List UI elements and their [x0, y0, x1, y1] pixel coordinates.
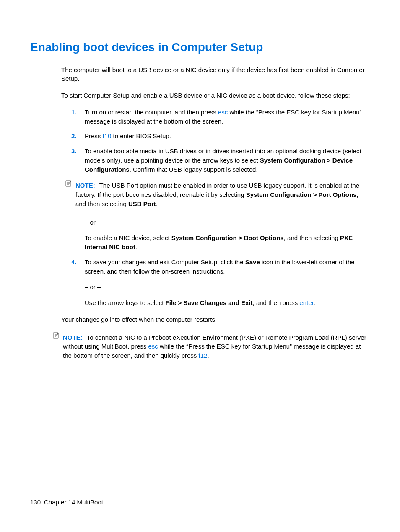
page-footer: 130Chapter 14 MultiBoot [30, 498, 103, 507]
note-label: NOTE: [75, 182, 95, 189]
text: To save your changes and exit Computer S… [85, 258, 245, 266]
step-2: 2. Press f10 to enter BIOS Setup. [71, 132, 370, 141]
step-4: 4. To save your changes and exit Compute… [71, 258, 370, 307]
bold-text: USB Port [128, 200, 156, 207]
step-1: 1. Turn on or restart the computer, and … [71, 108, 370, 126]
text: . [207, 352, 209, 359]
step-number: 2. [71, 132, 85, 141]
key-esc: esc [218, 108, 228, 116]
note-content: NOTE:The USB Port option must be enabled… [75, 180, 370, 210]
page-number: 130 [30, 498, 41, 506]
note-icon [53, 332, 60, 339]
note-block-1: NOTE:The USB Port option must be enabled… [65, 180, 370, 210]
bold-text: Save [245, 258, 260, 266]
text: To enable a NIC device, select [85, 234, 171, 241]
intro-paragraph-2: To start Computer Setup and enable a USB… [61, 91, 370, 100]
text: . Confirm that USB legacy support is sel… [130, 166, 258, 173]
step-number: 4. [71, 258, 85, 307]
page-heading: Enabling boot devices in Computer Setup [30, 39, 370, 56]
chapter-label: Chapter 14 MultiBoot [44, 498, 103, 506]
bold-text: System Configuration > Port Options [246, 191, 357, 198]
step-3: 3. To enable bootable media in USB drive… [71, 147, 370, 174]
text: Turn on or restart the computer, and the… [85, 108, 218, 116]
key-esc: esc [148, 343, 158, 350]
step-3-continuation: – or – To enable a NIC device, select Sy… [71, 218, 370, 252]
text: . [135, 243, 137, 251]
bold-text: System Configuration > Boot Options [171, 234, 284, 241]
note-content: NOTE:To connect a NIC to a Preboot eXecu… [63, 332, 370, 362]
text: . [314, 299, 315, 306]
step-body: To enable bootable media in USB drives o… [85, 147, 370, 174]
text: , and then selecting [284, 234, 340, 241]
text: to enter BIOS Setup. [111, 132, 171, 139]
closing-paragraph: Your changes go into effect when the com… [61, 315, 370, 324]
or-separator: – or – [85, 282, 370, 292]
step-number: 3. [71, 147, 85, 174]
key-f12: f12 [199, 352, 208, 359]
bold-text: File > Save Changes and Exit [166, 299, 253, 306]
key-enter: enter [299, 299, 313, 306]
text: Press [85, 132, 103, 139]
text: , and then press [253, 299, 300, 306]
step-number: 1. [71, 108, 85, 126]
text: Use the arrow keys to select [85, 299, 166, 306]
note-icon [65, 180, 73, 187]
note-block-2: NOTE:To connect a NIC to a Preboot eXecu… [53, 332, 370, 362]
step-list: 1. Turn on or restart the computer, and … [71, 108, 370, 307]
step-body: To save your changes and exit Computer S… [85, 258, 370, 307]
text: . [156, 200, 158, 207]
step-body: Turn on or restart the computer, and the… [85, 108, 370, 126]
key-f10: f10 [103, 132, 112, 139]
or-separator: – or – [85, 218, 370, 227]
step-body: Press f10 to enter BIOS Setup. [85, 132, 370, 141]
note-label: NOTE: [63, 334, 83, 341]
intro-paragraph-1: The computer will boot to a USB device o… [61, 65, 370, 84]
